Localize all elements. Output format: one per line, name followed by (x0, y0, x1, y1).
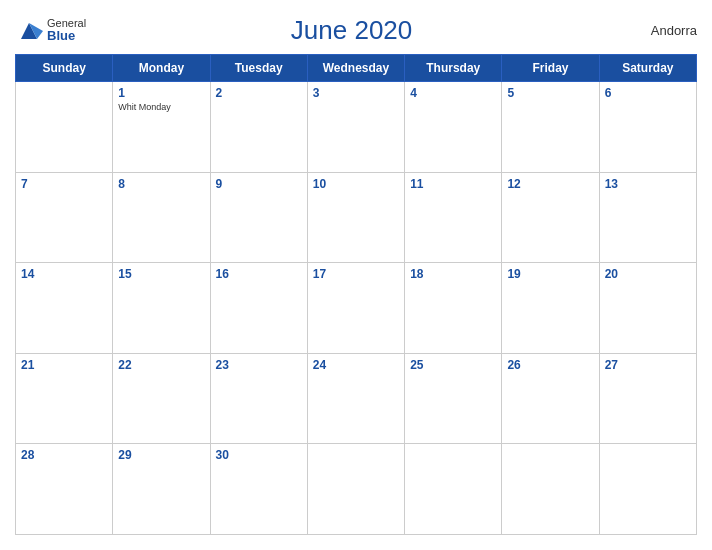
calendar-body: 1Whit Monday2345678910111213141516171819… (16, 82, 697, 535)
day-number: 5 (507, 86, 593, 100)
day-number: 12 (507, 177, 593, 191)
calendar-cell (16, 82, 113, 173)
calendar-cell: 15 (113, 263, 210, 354)
calendar-cell (599, 444, 696, 535)
logo-icon (15, 17, 43, 45)
calendar-cell (405, 444, 502, 535)
week-row-4: 21222324252627 (16, 353, 697, 444)
region-label: Andorra (617, 23, 697, 38)
calendar-title: June 2020 (86, 15, 617, 46)
day-number: 4 (410, 86, 496, 100)
header-thursday: Thursday (405, 55, 502, 82)
header-sunday: Sunday (16, 55, 113, 82)
day-number: 3 (313, 86, 399, 100)
header-monday: Monday (113, 55, 210, 82)
holiday-label: Whit Monday (118, 102, 204, 113)
day-number: 6 (605, 86, 691, 100)
calendar-cell: 28 (16, 444, 113, 535)
weekday-header-row: Sunday Monday Tuesday Wednesday Thursday… (16, 55, 697, 82)
day-number: 9 (216, 177, 302, 191)
day-number: 23 (216, 358, 302, 372)
day-number: 20 (605, 267, 691, 281)
calendar-cell: 2 (210, 82, 307, 173)
calendar-cell: 7 (16, 172, 113, 263)
calendar-cell: 25 (405, 353, 502, 444)
calendar-cell: 27 (599, 353, 696, 444)
day-number: 22 (118, 358, 204, 372)
calendar-cell (502, 444, 599, 535)
day-number: 7 (21, 177, 107, 191)
week-row-3: 14151617181920 (16, 263, 697, 354)
calendar-cell: 10 (307, 172, 404, 263)
day-number: 25 (410, 358, 496, 372)
calendar-cell: 14 (16, 263, 113, 354)
calendar-cell: 1Whit Monday (113, 82, 210, 173)
day-number: 24 (313, 358, 399, 372)
day-number: 30 (216, 448, 302, 462)
day-number: 15 (118, 267, 204, 281)
day-number: 17 (313, 267, 399, 281)
day-number: 21 (21, 358, 107, 372)
calendar-cell: 23 (210, 353, 307, 444)
day-number: 19 (507, 267, 593, 281)
day-number: 8 (118, 177, 204, 191)
day-number: 14 (21, 267, 107, 281)
calendar-cell: 5 (502, 82, 599, 173)
day-number: 28 (21, 448, 107, 462)
day-number: 10 (313, 177, 399, 191)
calendar-cell: 13 (599, 172, 696, 263)
calendar-cell (307, 444, 404, 535)
calendar-cell: 4 (405, 82, 502, 173)
day-number: 1 (118, 86, 204, 100)
header-saturday: Saturday (599, 55, 696, 82)
calendar-cell: 17 (307, 263, 404, 354)
header-wednesday: Wednesday (307, 55, 404, 82)
calendar-cell: 24 (307, 353, 404, 444)
calendar-cell: 19 (502, 263, 599, 354)
calendar-cell: 20 (599, 263, 696, 354)
calendar-cell: 22 (113, 353, 210, 444)
calendar-cell: 6 (599, 82, 696, 173)
day-number: 27 (605, 358, 691, 372)
calendar-cell: 8 (113, 172, 210, 263)
calendar-cell: 9 (210, 172, 307, 263)
calendar-table: Sunday Monday Tuesday Wednesday Thursday… (15, 54, 697, 535)
calendar-cell: 12 (502, 172, 599, 263)
calendar-cell: 26 (502, 353, 599, 444)
day-number: 2 (216, 86, 302, 100)
logo-blue-label: Blue (47, 29, 86, 43)
calendar-cell: 16 (210, 263, 307, 354)
logo-text: General Blue (47, 17, 86, 43)
week-row-1: 1Whit Monday23456 (16, 82, 697, 173)
calendar-cell: 3 (307, 82, 404, 173)
calendar-cell: 11 (405, 172, 502, 263)
calendar-header: General Blue June 2020 Andorra (15, 10, 697, 48)
day-number: 11 (410, 177, 496, 191)
calendar-cell: 30 (210, 444, 307, 535)
day-number: 18 (410, 267, 496, 281)
week-row-2: 78910111213 (16, 172, 697, 263)
calendar-cell: 29 (113, 444, 210, 535)
day-number: 16 (216, 267, 302, 281)
header-tuesday: Tuesday (210, 55, 307, 82)
day-number: 29 (118, 448, 204, 462)
day-number: 13 (605, 177, 691, 191)
day-number: 26 (507, 358, 593, 372)
header-friday: Friday (502, 55, 599, 82)
calendar-cell: 18 (405, 263, 502, 354)
logo: General Blue (15, 17, 86, 45)
calendar-cell: 21 (16, 353, 113, 444)
week-row-5: 282930 (16, 444, 697, 535)
